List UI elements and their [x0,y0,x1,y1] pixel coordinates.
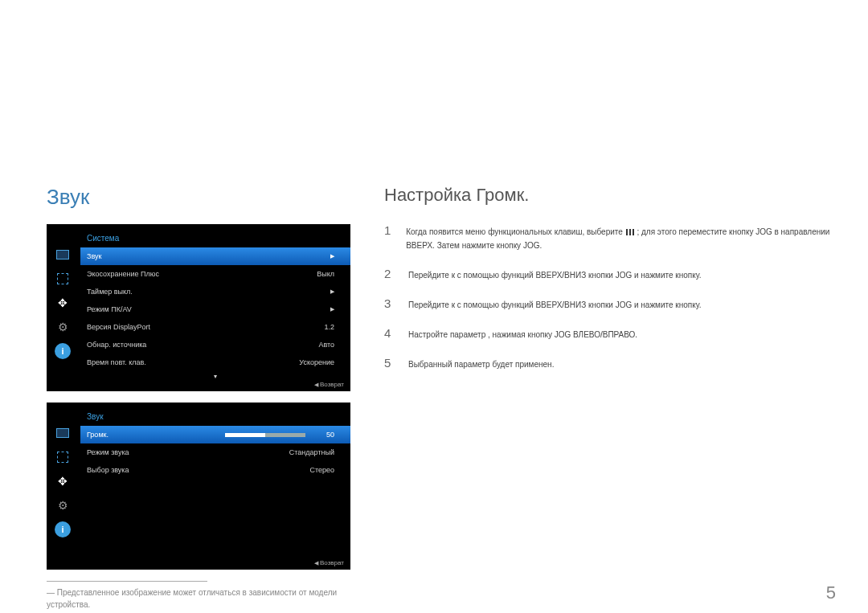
osd-row: Звук ▶ [80,247,350,265]
osd-row-value: Ускорение [299,358,334,366]
menu-icon [626,229,634,235]
footnote: ― Представленное изображение может отлич… [47,586,352,611]
osd-row-label: Обнар. источника [87,341,146,349]
step-number: 2 [384,267,394,280]
step-item: 5 Выбранный параметр будет применен. [384,356,836,371]
osd-row: Выбор звука Стерео [80,461,350,479]
step-text: Перейдите к с помощью функций ВВЕРХ/ВНИЗ… [408,298,702,312]
osd-screenshot-system: ✥ ⚙ i Система Звук ▶ Экосохранение Плюс … [47,224,350,391]
step-item: 4 Настройте параметр , нажимая кнопку JO… [384,326,836,341]
osd-footer: ◀Возврат [314,381,344,388]
submenu-arrow-icon: ▶ [330,253,334,260]
osd-row-label: Громк. [87,431,108,439]
osd-title: Звук [80,409,350,426]
back-label: Возврат [320,559,344,566]
picture-icon [55,271,71,287]
step-item: 2 Перейдите к с помощью функций ВВЕРХ/ВН… [384,267,836,282]
monitor-icon [55,247,71,263]
step-text: Выбранный параметр будет применен. [408,358,554,371]
step-text: Когда появится меню функциональных клави… [406,225,836,252]
osd-row-label: Время повт. клав. [87,358,146,366]
step-number: 5 [384,356,394,370]
step-number: 1 [384,223,391,237]
submenu-arrow-icon: ▶ [330,288,334,295]
arrows-icon: ✥ [55,295,71,311]
osd-footer: ◀Возврат [314,559,344,566]
osd-row: Обнар. источника Авто [80,336,350,353]
divider [47,581,207,582]
submenu-arrow-icon: ▶ [330,306,334,313]
arrows-icon: ✥ [55,473,71,489]
osd-row-value: 1.2 [324,323,334,331]
osd-row-label: Экосохранение Плюс [87,270,159,278]
osd-screenshot-sound: ✥ ⚙ i Звук Громк. 50 Режим звука Стандар… [47,403,350,570]
osd-row-label: Таймер выкл. [87,288,133,296]
volume-value: 50 [312,431,334,439]
osd-row: Время повт. клав. Ускорение [80,353,350,371]
osd-row-value: Стандартный [289,448,334,456]
steps-list: 1 Когда появится меню функциональных кла… [384,223,836,371]
osd-row-label: Версия DisplayPort [87,323,150,331]
osd-row: Версия DisplayPort 1.2 [80,318,350,336]
osd-row: Режим звука Стандартный [80,443,350,461]
back-arrow-icon: ◀ [314,560,318,566]
osd-title: Система [80,231,350,247]
back-arrow-icon: ◀ [314,382,318,387]
step-text: Настройте параметр , нажимая кнопку JOG … [408,328,637,341]
step-number: 4 [384,326,394,340]
osd-row-label: Выбор звука [87,466,129,474]
osd-row: Экосохранение Плюс Выкл [80,265,350,283]
osd-row-value: Выкл [317,270,334,278]
back-label: Возврат [320,381,344,388]
volume-slider [225,433,305,437]
chapter-title: Звук [47,185,352,210]
step-item: 1 Когда появится меню функциональных кла… [384,223,836,252]
osd-row: Громк. 50 [80,426,350,443]
monitor-icon [55,425,71,441]
info-icon: i [55,343,71,359]
osd-row-label: Режим ПК/AV [87,305,132,313]
picture-icon [55,449,71,465]
osd-row-value: Авто [318,341,334,349]
step-text: Перейдите к с помощью функций ВВЕРХ/ВНИЗ… [408,268,702,282]
osd-row-label: Звук [87,252,101,260]
gear-icon: ⚙ [55,319,71,335]
osd-row: Режим ПК/AV ▶ [80,300,350,318]
step-number: 3 [384,296,394,310]
page-number: 5 [826,582,836,603]
scroll-down-icon: ▾ [80,373,350,380]
section-title: Настройка Громк. [384,185,836,206]
gear-icon: ⚙ [55,497,71,513]
osd-row-label: Режим звука [87,448,129,456]
osd-row: Таймер выкл. ▶ [80,283,350,300]
osd-row-value: Стерео [309,466,334,474]
step-item: 3 Перейдите к с помощью функций ВВЕРХ/ВН… [384,296,836,312]
info-icon: i [55,521,71,537]
